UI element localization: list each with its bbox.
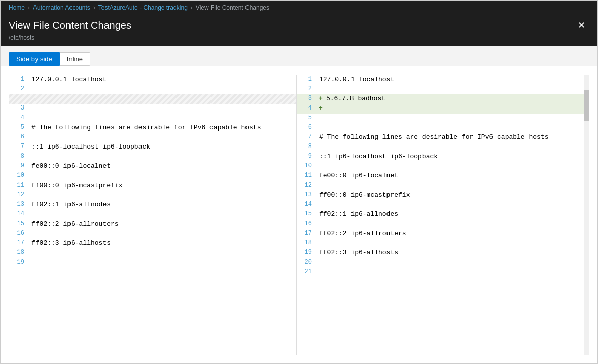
left-line-content-7 [29, 133, 296, 142]
diff-container: 1127.0.0.1 localhost2345# The following … [1, 66, 597, 363]
left-line-num-3 [9, 94, 29, 104]
right-line-num-20: 20 [297, 258, 317, 268]
left-line-18: 17ff02::3 ip6-allhosts [9, 239, 296, 248]
right-line-content-2 [317, 85, 584, 94]
left-line-16: 15ff02::2 ip6-allrouters [9, 220, 296, 229]
right-line-content-12 [317, 181, 584, 191]
right-line-num-18: 18 [297, 239, 317, 248]
right-line-7: 7# The following lines are desirable for… [297, 133, 584, 142]
left-line-20: 19 [9, 258, 296, 268]
left-line-num-9: 8 [9, 152, 29, 162]
right-line-content-11: fe00::0 ip6-localnet [317, 171, 584, 181]
right-line-num-8: 8 [297, 142, 317, 152]
right-line-content-4 [324, 104, 584, 114]
breadcrumb-sep-3: › [191, 4, 193, 11]
right-line-num-17: 17 [297, 229, 317, 239]
right-line-content-21 [317, 268, 584, 277]
left-line-num-11: 10 [9, 171, 29, 181]
right-line-11: 11fe00::0 ip6-localnet [297, 171, 584, 181]
left-line-content-15 [29, 210, 296, 220]
right-line-17: 17ff02::2 ip6-allrouters [297, 229, 584, 239]
right-line-num-14: 14 [297, 200, 317, 210]
breadcrumb: Home › Automation Accounts › TestAzureAu… [9, 1, 589, 15]
breadcrumb-change-tracking[interactable]: TestAzureAuto - Change tracking [98, 4, 188, 11]
left-line-content-16: ff02::2 ip6-allrouters [29, 220, 296, 229]
left-line-19: 18 [9, 248, 296, 258]
left-line-content-17 [29, 229, 296, 239]
right-line-content-14 [317, 200, 584, 210]
right-line-num-11: 11 [297, 171, 317, 181]
breadcrumb-home[interactable]: Home [9, 4, 25, 11]
left-line-content-1: 127.0.0.1 localhost [29, 75, 296, 85]
diff-panels: 1127.0.0.1 localhost2345# The following … [9, 75, 589, 355]
right-line-num-16: 16 [297, 220, 317, 229]
right-line-4: 4+ [297, 104, 584, 114]
right-line-num-10: 10 [297, 162, 317, 171]
modal-overlay: Home › Automation Accounts › TestAzureAu… [0, 0, 598, 364]
left-line-content-18: ff02::3 ip6-allhosts [29, 239, 296, 248]
left-line-8: 7::1 ip6-localhost ip6-loopback [9, 142, 296, 152]
right-line-num-21: 21 [297, 268, 317, 277]
diff-panel-left[interactable]: 1127.0.0.1 localhost2345# The following … [9, 75, 297, 355]
left-line-content-6: # The following lines are desirable for … [29, 123, 296, 133]
diff-scrollbar[interactable] [584, 75, 589, 355]
left-line-1: 1127.0.0.1 localhost [9, 75, 296, 85]
tab-inline[interactable]: Inline [60, 52, 90, 66]
left-line-2: 2 [9, 85, 296, 94]
left-line-num-18: 17 [9, 239, 29, 248]
right-line-num-6: 6 [297, 123, 317, 133]
left-line-7: 6 [9, 133, 296, 142]
right-line-10: 10 [297, 162, 584, 171]
left-line-num-13: 12 [9, 191, 29, 200]
right-line-num-12: 12 [297, 181, 317, 191]
left-line-5: 4 [9, 114, 296, 123]
right-line-content-9: ::1 ip6-localhost ip6-loopback [317, 152, 584, 162]
tab-side-by-side[interactable]: Side by side [9, 52, 60, 66]
diff-panel-right[interactable]: 1127.0.0.1 localhost23+5.6.7.8 badhost4+… [297, 75, 584, 355]
left-line-17: 16 [9, 229, 296, 239]
breadcrumb-sep-1: › [28, 4, 30, 11]
modal-header: Home › Automation Accounts › TestAzureAu… [1, 1, 597, 46]
left-line-4: 3 [9, 104, 296, 114]
right-line-num-15: 15 [297, 210, 317, 220]
right-line-num-13: 13 [297, 191, 317, 200]
left-line-14: 13ff02::1 ip6-allnodes [9, 200, 296, 210]
left-line-13: 12 [9, 191, 296, 200]
right-line-num-5: 5 [297, 114, 317, 123]
right-line-content-18 [317, 239, 584, 248]
right-line-8: 8 [297, 142, 584, 152]
left-line-num-16: 15 [9, 220, 29, 229]
diff-scrollbar-thumb[interactable] [584, 90, 589, 121]
right-line-content-13: ff00::0 ip6-mcastprefix [317, 191, 584, 200]
right-line-content-1: 127.0.0.1 localhost [317, 75, 584, 85]
right-line-num-4: 4 [297, 104, 317, 114]
left-line-num-7: 6 [9, 133, 29, 142]
right-line-content-20 [317, 258, 584, 268]
right-line-16: 16 [297, 220, 584, 229]
close-button[interactable]: ✕ [574, 19, 589, 32]
right-line-content-5 [317, 114, 584, 123]
right-line-content-7: # The following lines are desirable for … [317, 133, 584, 142]
left-line-content-8: ::1 ip6-localhost ip6-loopback [29, 142, 296, 152]
left-line-content-10: fe00::0 ip6-localnet [29, 162, 296, 171]
right-line-content-8 [317, 142, 584, 152]
left-line-num-8: 7 [9, 142, 29, 152]
right-line-18: 18 [297, 239, 584, 248]
left-line-3 [9, 94, 296, 104]
right-line-21: 21 [297, 268, 584, 277]
left-line-content-14: ff02::1 ip6-allnodes [29, 200, 296, 210]
left-line-num-2: 2 [9, 85, 29, 94]
left-line-num-4: 3 [9, 104, 29, 114]
left-line-num-10: 9 [9, 162, 29, 171]
left-line-num-12: 11 [9, 181, 29, 191]
right-line-content-16 [317, 220, 584, 229]
left-line-content-4 [29, 104, 296, 114]
right-line-content-10 [317, 162, 584, 171]
breadcrumb-automation-accounts[interactable]: Automation Accounts [33, 4, 90, 11]
right-line-marker-4: + [317, 104, 324, 114]
right-line-num-1: 1 [297, 75, 317, 85]
right-line-6: 6 [297, 123, 584, 133]
right-line-num-2: 2 [297, 85, 317, 94]
tab-bar: Side by side Inline [1, 46, 597, 66]
left-line-num-15: 14 [9, 210, 29, 220]
